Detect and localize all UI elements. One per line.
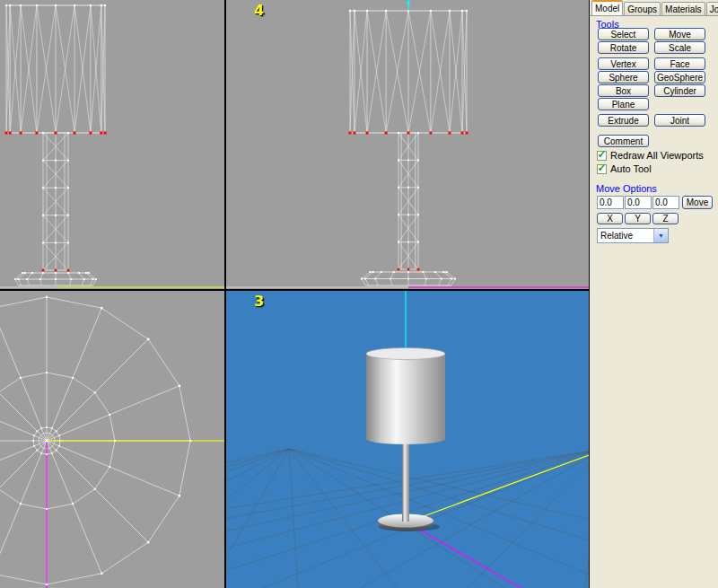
move-apply-button[interactable]: Move <box>682 196 713 209</box>
checkbox-box[interactable]: ✓ <box>597 151 607 161</box>
geosphere-button[interactable]: GeoSphere <box>654 71 705 83</box>
checkbox-box[interactable]: ✓ <box>597 164 607 174</box>
checkmark-icon: ✓ <box>597 164 606 172</box>
joint-button[interactable]: Joint <box>654 114 705 127</box>
face-button[interactable]: Face <box>654 57 705 70</box>
side-wireframe-canvas <box>226 0 589 289</box>
checkbox-label: Auto Tool <box>610 163 652 174</box>
sphere-button[interactable]: Sphere <box>598 71 649 83</box>
axis-y-button[interactable]: Y <box>625 213 651 224</box>
move-y-input[interactable] <box>625 196 652 209</box>
tool-panel: Model Groups Materials Joints Tools Sele… <box>590 0 718 588</box>
move-z-input[interactable] <box>652 196 679 209</box>
panel-tabs: Model Groups Materials Joints <box>590 0 718 16</box>
vertex-button[interactable]: Vertex <box>598 57 649 70</box>
modeler-window: 4 3 Model Groups Materials Joints Tools … <box>0 0 718 588</box>
viewport-number-label: 3 <box>254 293 264 310</box>
redraw-all-viewports-checkbox[interactable]: ✓ Redraw All Viewports <box>597 150 704 161</box>
viewport-number-label: 4 <box>254 2 264 19</box>
box-button[interactable]: Box <box>598 84 649 97</box>
relative-mode-dropdown[interactable]: Relative ▼ <box>597 228 669 243</box>
viewport-side[interactable]: 4 <box>226 0 589 289</box>
plane-button[interactable]: Plane <box>598 98 649 110</box>
tab-groups[interactable]: Groups <box>624 2 661 15</box>
checkbox-label: Redraw All Viewports <box>610 150 704 161</box>
checkmark-icon: ✓ <box>597 151 606 159</box>
cylinder-button[interactable]: Cylinder <box>654 84 705 97</box>
select-button[interactable]: Select <box>598 28 649 40</box>
perspective-canvas <box>226 291 589 588</box>
move-button[interactable]: Move <box>654 28 705 40</box>
tab-model[interactable]: Model <box>591 0 623 15</box>
tab-materials[interactable]: Materials <box>661 2 705 15</box>
viewport-perspective[interactable]: 3 <box>226 291 589 588</box>
dropdown-selected-value: Relative <box>600 231 633 241</box>
comment-button[interactable]: Comment <box>598 135 649 147</box>
viewport-front[interactable] <box>0 0 224 289</box>
viewport-top[interactable] <box>0 291 224 588</box>
axis-x-button[interactable]: X <box>597 213 623 224</box>
extrude-button[interactable]: Extrude <box>598 114 649 127</box>
rotate-button[interactable]: Rotate <box>598 41 649 54</box>
move-options-section-label: Move Options <box>596 183 657 194</box>
chevron-down-icon[interactable]: ▼ <box>653 229 668 242</box>
top-wireframe-canvas <box>0 291 224 588</box>
axis-z-button[interactable]: Z <box>652 213 679 224</box>
auto-tool-checkbox[interactable]: ✓ Auto Tool <box>597 163 652 174</box>
scale-button[interactable]: Scale <box>654 41 705 54</box>
tab-joints[interactable]: Joints <box>706 2 718 15</box>
front-wireframe-canvas <box>0 0 224 289</box>
move-x-input[interactable] <box>597 196 624 209</box>
